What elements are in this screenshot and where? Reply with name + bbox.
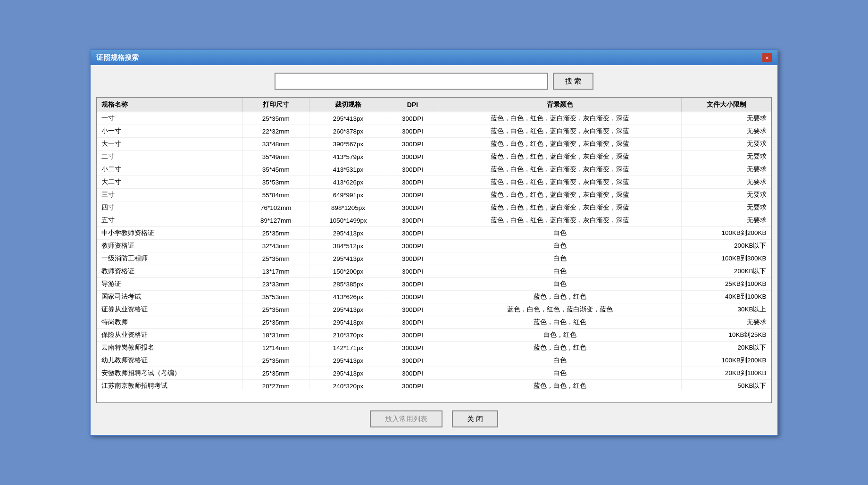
table-cell: 蓝色，白色，红色，蓝白渐变，灰白渐变，深蓝 — [438, 189, 682, 201]
table-cell: 300DPI — [387, 303, 438, 316]
table-cell: 无要求 — [682, 176, 771, 189]
add-to-list-button[interactable]: 放入常用列表 — [370, 410, 442, 427]
search-button[interactable]: 搜 索 — [553, 73, 593, 90]
table-cell: 300DPI — [387, 329, 438, 342]
table-row[interactable]: 教师资格证32*43mm384*512px300DPI白色200KB以下 — [97, 240, 771, 252]
table-cell: 413*579px — [309, 151, 387, 163]
table-cell: 25KB到100KB — [682, 278, 771, 291]
close-icon[interactable]: × — [762, 53, 772, 62]
table-cell: 240*320px — [309, 380, 387, 391]
table-cell: 300DPI — [387, 278, 438, 291]
table-cell: 白色 — [438, 265, 682, 278]
dialog-title: 证照规格搜索 — [96, 53, 139, 62]
table-cell: 白色 — [438, 227, 682, 240]
table-row[interactable]: 三寸55*84mm649*991px300DPI蓝色，白色，红色，蓝白渐变，灰白… — [97, 189, 771, 201]
table-cell: 55*84mm — [242, 189, 309, 201]
table-cell: 295*413px — [309, 252, 387, 265]
table-cell: 295*413px — [309, 316, 387, 329]
table-cell: 210*370px — [309, 329, 387, 342]
footer: 放入常用列表 关 闭 — [91, 403, 777, 435]
table-cell: 大一寸 — [97, 138, 242, 151]
table-cell: 证券从业资格证 — [97, 303, 242, 316]
data-table: 规格名称 打印尺寸 裁切规格 DPI 背景颜色 文件大小限制 一寸25*35mm… — [97, 98, 771, 390]
table-row[interactable]: 小一寸22*32mm260*378px300DPI蓝色，白色，红色，蓝白渐变，灰… — [97, 125, 771, 138]
table-cell: 12*14mm — [242, 342, 309, 354]
table-cell: 导游证 — [97, 278, 242, 291]
table-cell: 无要求 — [682, 201, 771, 214]
table-cell: 649*991px — [309, 189, 387, 201]
table-cell: 100KB到300KB — [682, 252, 771, 265]
table-wrapper[interactable]: 规格名称 打印尺寸 裁切规格 DPI 背景颜色 文件大小限制 一寸25*35mm… — [97, 98, 771, 390]
table-cell: 413*531px — [309, 163, 387, 176]
table-cell: 教师资格证 — [97, 240, 242, 252]
table-row[interactable]: 安徽教师招聘考试（考编）25*35mm295*413px300DPI白色20KB… — [97, 367, 771, 380]
table-row[interactable]: 云南特岗教师报名12*14mm142*171px300DPI蓝色，白色，红色20… — [97, 342, 771, 354]
table-cell: 13*17mm — [242, 265, 309, 278]
table-cell: 142*171px — [309, 342, 387, 354]
table-cell: 25*35mm — [242, 227, 309, 240]
table-cell: 蓝色，白色，红色，蓝白渐变，灰白渐变，深蓝 — [438, 201, 682, 214]
table-cell: 76*102mm — [242, 201, 309, 214]
table-cell: 蓝色，白色，红色 — [438, 316, 682, 329]
table-cell: 白色 — [438, 367, 682, 380]
table-cell: 无要求 — [682, 163, 771, 176]
table-cell: 300DPI — [387, 354, 438, 367]
table-cell: 白色 — [438, 354, 682, 367]
table-cell: 18*31mm — [242, 329, 309, 342]
col-header-dpi: DPI — [387, 98, 438, 112]
table-cell: 二寸 — [97, 151, 242, 163]
col-header-bg-color: 背景颜色 — [438, 98, 682, 112]
table-row[interactable]: 二寸35*49mm413*579px300DPI蓝色，白色，红色，蓝白渐变，灰白… — [97, 151, 771, 163]
table-cell: 一级消防工程师 — [97, 252, 242, 265]
close-button[interactable]: 关 闭 — [452, 410, 498, 427]
table-cell: 300DPI — [387, 265, 438, 278]
table-cell: 30KB以上 — [682, 303, 771, 316]
table-cell: 200KB以下 — [682, 240, 771, 252]
table-row[interactable]: 证券从业资格证25*35mm295*413px300DPI蓝色，白色，红色，蓝白… — [97, 303, 771, 316]
table-cell: 蓝色，白色，红色，蓝白渐变，灰白渐变，深蓝 — [438, 214, 682, 227]
table-cell: 无要求 — [682, 214, 771, 227]
table-cell: 无要求 — [682, 112, 771, 125]
col-header-print-size: 打印尺寸 — [242, 98, 309, 112]
table-cell: 200KB以下 — [682, 265, 771, 278]
table-cell: 大二寸 — [97, 176, 242, 189]
table-cell: 35*53mm — [242, 176, 309, 189]
table-row[interactable]: 中小学教师资格证25*35mm295*413px300DPI白色100KB到20… — [97, 227, 771, 240]
table-row[interactable]: 江苏南京教师招聘考试20*27mm240*320px300DPI蓝色，白色，红色… — [97, 380, 771, 391]
table-cell: 蓝色，白色，红色，蓝白渐变，灰白渐变，深蓝 — [438, 125, 682, 138]
table-cell: 蓝色，白色，红色，蓝白渐变，灰白渐变，深蓝 — [438, 176, 682, 189]
table-row[interactable]: 保险从业资格证18*31mm210*370px300DPI白色，红色10KB到2… — [97, 329, 771, 342]
table-cell: 150*200px — [309, 265, 387, 278]
table-row[interactable]: 小二寸35*45mm413*531px300DPI蓝色，白色，红色，蓝白渐变，灰… — [97, 163, 771, 176]
table-cell: 300DPI — [387, 367, 438, 380]
table-row[interactable]: 一级消防工程师25*35mm295*413px300DPI白色100KB到300… — [97, 252, 771, 265]
table-row[interactable]: 五寸89*127mm1050*1499px300DPI蓝色，白色，红色，蓝白渐变… — [97, 214, 771, 227]
table-cell: 295*413px — [309, 227, 387, 240]
table-cell: 295*413px — [309, 303, 387, 316]
table-cell: 四寸 — [97, 201, 242, 214]
table-cell: 32*43mm — [242, 240, 309, 252]
table-row[interactable]: 大一寸33*48mm390*567px300DPI蓝色，白色，红色，蓝白渐变，灰… — [97, 138, 771, 151]
table-row[interactable]: 一寸25*35mm295*413px300DPI蓝色，白色，红色，蓝白渐变，灰白… — [97, 112, 771, 125]
table-cell: 三寸 — [97, 189, 242, 201]
search-input[interactable] — [275, 73, 548, 90]
table-cell: 1050*1499px — [309, 214, 387, 227]
table-row[interactable]: 教师资格证13*17mm150*200px300DPI白色200KB以下 — [97, 265, 771, 278]
table-cell: 300DPI — [387, 380, 438, 391]
table-cell: 100KB到200KB — [682, 227, 771, 240]
table-row[interactable]: 幼儿教师资格证25*35mm295*413px300DPI白色100KB到200… — [97, 354, 771, 367]
table-cell: 小二寸 — [97, 163, 242, 176]
table-cell: 295*413px — [309, 112, 387, 125]
col-header-file-limit: 文件大小限制 — [682, 98, 771, 112]
table-cell: 云南特岗教师报名 — [97, 342, 242, 354]
table-cell: 25*35mm — [242, 112, 309, 125]
table-cell: 蓝色，白色，红色，蓝白渐变，灰白渐变，深蓝 — [438, 163, 682, 176]
table-row[interactable]: 导游证23*33mm285*385px300DPI白色25KB到100KB — [97, 278, 771, 291]
table-cell: 国家司法考试 — [97, 291, 242, 303]
table-cell: 江苏南京教师招聘考试 — [97, 380, 242, 391]
table-row[interactable]: 特岗教师25*35mm295*413px300DPI蓝色，白色，红色无要求 — [97, 316, 771, 329]
table-row[interactable]: 国家司法考试35*53mm413*626px300DPI蓝色，白色，红色40KB… — [97, 291, 771, 303]
table-cell: 中小学教师资格证 — [97, 227, 242, 240]
table-row[interactable]: 四寸76*102mm898*1205px300DPI蓝色，白色，红色，蓝白渐变，… — [97, 201, 771, 214]
table-row[interactable]: 大二寸35*53mm413*626px300DPI蓝色，白色，红色，蓝白渐变，灰… — [97, 176, 771, 189]
